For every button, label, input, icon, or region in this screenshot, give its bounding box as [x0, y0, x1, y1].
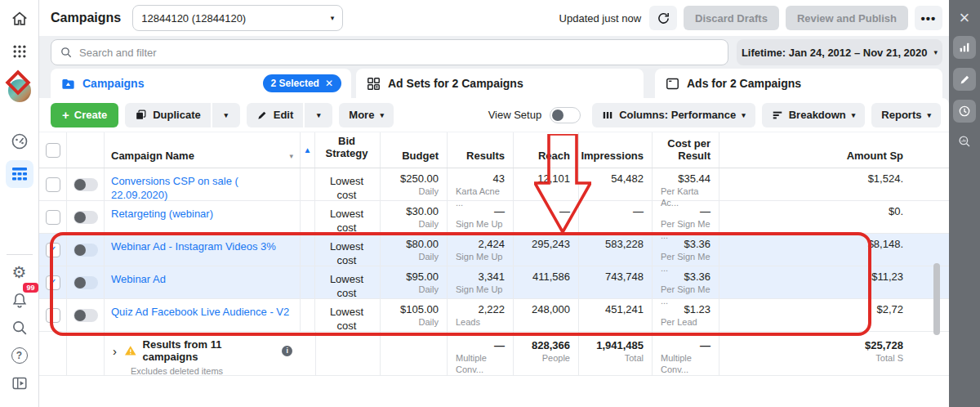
footer-amount-type: Total S: [875, 352, 903, 364]
duplicate-button[interactable]: Duplicate: [125, 103, 211, 127]
create-label: Create: [74, 109, 107, 121]
review-and-publish-button[interactable]: Review and Publish: [786, 6, 908, 30]
info-icon[interactable]: i: [282, 346, 292, 356]
settings-gear-icon[interactable]: ⚙: [6, 258, 33, 286]
campaign-name-link[interactable]: Quiz Ad Facebook Live Audience - V2: [111, 302, 292, 319]
header-campaign-name[interactable]: Campaign Name ▾: [105, 132, 301, 168]
reports-button[interactable]: Reports ▾: [871, 103, 941, 127]
charts-panel-button[interactable]: [953, 36, 976, 59]
home-icon[interactable]: [6, 5, 33, 33]
campaign-name-link[interactable]: Webinar Ad - Instagram Videos 3%: [111, 237, 292, 253]
table-header: ✓ Campaign Name ▾ ▲ Bid Strategy Budget …: [39, 132, 949, 168]
impressions-value: 451,241: [605, 302, 644, 316]
apps-grid-icon[interactable]: [6, 38, 33, 65]
refresh-button[interactable]: [649, 6, 677, 30]
cost-per-result-value: $1.23: [684, 302, 710, 316]
edit-panel-button[interactable]: [953, 68, 976, 91]
table-row-selected: ✓ Webinar Ad Lowest cost $95.00Daily 3,3…: [39, 266, 949, 299]
duplicate-dropdown-button[interactable]: ▾: [212, 103, 240, 127]
results-value: 2,424: [478, 237, 505, 251]
create-button[interactable]: + Create: [51, 103, 118, 127]
header-amount-spent[interactable]: Amount Sp: [719, 132, 949, 168]
budget-type: Daily: [419, 251, 439, 262]
ellipsis-icon: •••: [921, 11, 937, 25]
campaign-active-toggle[interactable]: [74, 211, 98, 224]
pencil-icon: [256, 110, 268, 121]
table-footer-row: › Results from 11 campaigns i Excludes d…: [39, 332, 949, 376]
reach-value: 411,586: [532, 270, 570, 284]
campaign-active-toggle[interactable]: [74, 276, 98, 289]
cost-per-result-header-label: Cost per Result: [660, 137, 710, 162]
clear-selection-icon[interactable]: ✕: [325, 78, 333, 89]
more-options-button[interactable]: •••: [915, 6, 942, 30]
chevron-down-icon[interactable]: ▾: [289, 152, 293, 160]
header-bid-strategy[interactable]: Bid Strategy: [315, 132, 381, 168]
select-all-checkbox[interactable]: ✓: [46, 143, 60, 158]
header-impressions[interactable]: Impressions: [579, 132, 653, 168]
sidebar-divider: [7, 254, 33, 255]
budget-type: Daily: [419, 218, 439, 230]
campaign-active-toggle[interactable]: [74, 244, 98, 257]
header-results[interactable]: Results: [448, 132, 514, 168]
columns-button[interactable]: Columns: Performance ▾: [592, 103, 755, 127]
impressions-value: —: [633, 204, 644, 218]
campaign-active-toggle[interactable]: [74, 178, 98, 191]
edit-dropdown-button[interactable]: ▾: [305, 103, 332, 127]
tab-campaigns-label: Campaigns: [82, 77, 144, 90]
tab-ads[interactable]: Ads for 2 Campaigns: [655, 69, 942, 98]
notification-badge: 99: [23, 283, 38, 293]
more-button[interactable]: More ▾: [339, 103, 394, 127]
row-checkbox-checked[interactable]: ✓: [46, 275, 60, 290]
row-checkbox[interactable]: ✓: [46, 210, 60, 225]
breakdown-button[interactable]: Breakdown ▾: [762, 103, 866, 127]
account-avatar[interactable]: [6, 77, 33, 105]
notifications-bell-icon[interactable]: 99: [6, 286, 33, 314]
header-budget[interactable]: Budget: [381, 132, 448, 168]
duplicate-split-button: Duplicate ▾: [125, 103, 240, 127]
search-sidebar-icon[interactable]: [6, 314, 33, 342]
cost-per-result-value: $35.44: [678, 172, 710, 186]
view-setup-label: View Setup: [488, 109, 542, 121]
header-reach[interactable]: Reach: [514, 132, 579, 168]
view-setup-toggle[interactable]: [550, 107, 581, 123]
header-cost-per-result[interactable]: Cost per Result: [653, 132, 719, 168]
campaign-name-link[interactable]: Webinar Ad: [111, 270, 292, 286]
history-panel-button[interactable]: [953, 100, 976, 123]
campaign-name-link[interactable]: Retargeting (webinar): [111, 204, 292, 221]
duplicate-icon: [135, 109, 147, 121]
search-input[interactable]: [79, 47, 719, 59]
ads-icon: [665, 76, 680, 92]
date-range-selector[interactable]: Lifetime: Jan 24, 2012 – Nov 21, 2020 ▾: [737, 39, 942, 65]
sort-indicator-cell[interactable]: ▲: [301, 132, 315, 168]
expand-chevron-icon[interactable]: ›: [111, 344, 118, 358]
tab-campaigns[interactable]: Campaigns 2 Selected ✕: [51, 69, 351, 98]
help-icon[interactable]: ?: [6, 342, 33, 369]
row-checkbox-checked[interactable]: ✓: [46, 243, 60, 257]
row-checkbox[interactable]: ✓: [46, 308, 60, 323]
vertical-scrollbar-thumb[interactable]: [933, 263, 940, 335]
row-checkbox[interactable]: ✓: [46, 177, 60, 192]
campaign-active-toggle[interactable]: [74, 309, 98, 322]
results-type: Sign Me Up: [454, 251, 502, 262]
footer-cost-total: —: [700, 338, 710, 352]
campaign-name-link[interactable]: Conversions CSP on sale ( 22.09.2020): [111, 172, 292, 202]
account-overview-gauge-icon[interactable]: [6, 127, 33, 155]
right-sidebar: ×: [949, 0, 980, 407]
discard-drafts-button[interactable]: Discard Drafts: [684, 6, 779, 30]
cost-per-result-value: $3.36: [684, 237, 710, 251]
account-selector[interactable]: 12844120 (12844120) ▾: [132, 5, 343, 31]
footer-amount-total: $25,728: [865, 338, 903, 352]
campaign-name-header-label: Campaign Name: [111, 150, 194, 162]
edit-button[interactable]: Edit: [247, 103, 304, 127]
footer-impressions-total: 1,941,485: [596, 338, 644, 352]
search-filter-box[interactable]: [51, 39, 728, 65]
tab-ad-sets[interactable]: Ad Sets for 2 Campaigns: [356, 69, 644, 98]
columns-label: Columns: Performance: [619, 109, 736, 121]
tab-ad-sets-label: Ad Sets for 2 Campaigns: [388, 77, 523, 90]
campaigns-table-icon[interactable]: [6, 160, 33, 188]
close-icon[interactable]: ×: [960, 9, 970, 27]
results-value: 43: [493, 172, 505, 186]
inspect-panel-button[interactable]: [957, 134, 972, 149]
collapse-sidebar-icon[interactable]: [6, 369, 33, 397]
selected-count-pill[interactable]: 2 Selected ✕: [263, 74, 341, 92]
